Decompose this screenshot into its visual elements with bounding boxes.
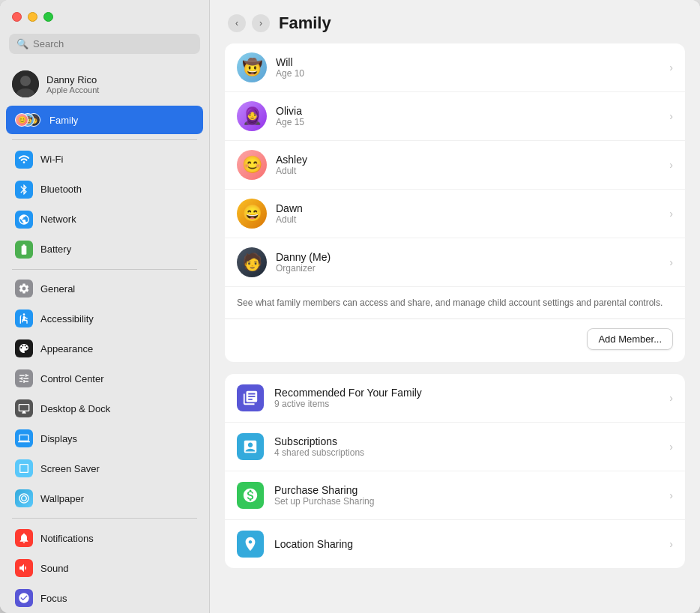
sidebar-sound-label: Sound — [40, 563, 69, 574]
add-member-button[interactable]: Add Member... — [587, 328, 673, 350]
feature-detail: 4 shared subscriptions — [274, 447, 659, 458]
avatar — [12, 70, 39, 97]
avatar: 😄 — [237, 199, 267, 229]
member-detail: Age 15 — [276, 117, 660, 127]
family-member-row[interactable]: 😊 Ashley Adult › — [225, 141, 685, 190]
sidebar-item-battery[interactable]: Battery — [6, 235, 203, 264]
member-name: Olivia — [276, 105, 660, 117]
feature-name: Location Sharing — [274, 538, 659, 550]
sidebar-control-center-label: Control Center — [40, 373, 104, 384]
back-chevron-icon: ‹ — [235, 18, 238, 28]
sidebar-item-family[interactable]: 😊 🤠 🧑 Family — [6, 106, 203, 134]
sidebar-item-wallpaper[interactable]: Wallpaper — [6, 484, 203, 513]
sidebar-item-notifications[interactable]: Notifications — [6, 524, 203, 552]
member-info: Ashley Adult — [276, 154, 660, 176]
desktop-dock-icon — [15, 399, 33, 417]
sidebar-item-bluetooth[interactable]: Bluetooth — [6, 175, 203, 204]
feature-name: Subscriptions — [274, 435, 659, 447]
sidebar-focus-label: Focus — [40, 593, 67, 604]
feature-name: Purchase Sharing — [274, 484, 659, 496]
sidebar-general-label: General — [40, 283, 75, 295]
feature-location-sharing-row[interactable]: Location Sharing › — [225, 520, 685, 568]
maximize-button[interactable] — [43, 12, 53, 22]
family-member-row[interactable]: 🧑 Danny (Me) Organizer › — [225, 238, 685, 287]
member-detail: Organizer — [276, 263, 660, 274]
chevron-right-icon: › — [669, 159, 673, 171]
forward-chevron-icon: › — [259, 18, 262, 28]
sidebar-item-displays[interactable]: Displays — [6, 424, 203, 453]
focus-icon — [15, 589, 33, 607]
screen-saver-icon — [15, 459, 33, 477]
member-detail: Adult — [276, 166, 660, 176]
sound-icon — [15, 559, 33, 577]
appearance-icon — [15, 339, 33, 357]
search-input[interactable] — [33, 38, 193, 49]
wallpaper-icon — [15, 489, 33, 507]
feature-name: Recommended For Your Family — [274, 387, 659, 399]
search-bar[interactable]: 🔍 — [9, 34, 200, 54]
sidebar-item-control-center[interactable]: Control Center — [6, 364, 203, 393]
control-center-icon — [15, 369, 33, 387]
chevron-right-icon: › — [669, 208, 673, 220]
family-avatars-icon: 😊 🤠 🧑 — [15, 111, 42, 129]
member-info: Olivia Age 15 — [276, 105, 660, 127]
member-info: Danny (Me) Organizer — [276, 251, 660, 274]
sidebar-item-network[interactable]: Network — [6, 205, 203, 234]
sidebar-family-label: Family — [49, 115, 78, 126]
features-card: Recommended For Your Family 9 active ite… — [225, 374, 685, 568]
sidebar-item-desktop-dock[interactable]: Desktop & Dock — [6, 394, 203, 423]
sidebar-item-wifi[interactable]: Wi-Fi — [6, 145, 203, 174]
account-item[interactable]: Danny Rico Apple Account — [0, 63, 209, 105]
recommended-icon — [237, 384, 264, 411]
member-name: Ashley — [276, 154, 660, 166]
sidebar-divider-2 — [12, 269, 197, 270]
forward-button[interactable]: › — [252, 14, 270, 32]
search-icon: 🔍 — [16, 38, 28, 49]
accessibility-icon — [15, 309, 33, 327]
sidebar-item-accessibility[interactable]: Accessibility — [6, 304, 203, 333]
bluetooth-icon — [15, 181, 33, 199]
close-button[interactable] — [12, 12, 22, 22]
sidebar-item-appearance[interactable]: Appearance — [6, 334, 203, 363]
chevron-right-icon: › — [669, 256, 673, 268]
sidebar-divider-3 — [12, 518, 197, 519]
member-name: Will — [276, 56, 660, 68]
member-info: Will Age 10 — [276, 56, 660, 79]
feature-recommended-row[interactable]: Recommended For Your Family 9 active ite… — [225, 374, 685, 423]
member-info: Dawn Adult — [276, 202, 660, 225]
family-member-row[interactable]: 🤠 Will Age 10 › — [225, 43, 685, 92]
feature-info: Recommended For Your Family 9 active ite… — [274, 387, 659, 409]
back-button[interactable]: ‹ — [228, 14, 246, 32]
avatar: 😊 — [237, 150, 267, 180]
sidebar-divider-1 — [12, 139, 197, 140]
sidebar-network-label: Network — [40, 214, 76, 225]
sidebar-item-screen-saver[interactable]: Screen Saver — [6, 454, 203, 483]
avatar: 🤠 — [237, 52, 267, 82]
main-content: ‹ › Family 🤠 Will Age 10 › — [210, 0, 700, 613]
sidebar-wallpaper-label: Wallpaper — [40, 493, 84, 504]
sidebar: 🔍 Danny Rico Apple Account 😊 🤠 🧑 — [0, 0, 210, 613]
family-member-row[interactable]: 😄 Dawn Adult › — [225, 190, 685, 238]
sidebar-displays-label: Displays — [40, 433, 77, 444]
sidebar-notifications-label: Notifications — [40, 533, 94, 544]
main-scroll[interactable]: 🤠 Will Age 10 › 🧕 Olivia Age 15 › — [210, 43, 700, 613]
notifications-icon — [15, 529, 33, 547]
sidebar-screen-saver-label: Screen Saver — [40, 463, 100, 474]
feature-info: Purchase Sharing Set up Purchase Sharing — [274, 484, 659, 507]
chevron-right-icon: › — [669, 441, 673, 453]
main-header: ‹ › Family — [210, 0, 700, 43]
family-member-row[interactable]: 🧕 Olivia Age 15 › — [225, 92, 685, 141]
minimize-button[interactable] — [28, 12, 37, 22]
family-members-card: 🤠 Will Age 10 › 🧕 Olivia Age 15 › — [225, 43, 685, 362]
account-text: Danny Rico Apple Account — [46, 74, 99, 94]
family-description: See what family members can access and s… — [225, 287, 685, 318]
chevron-right-icon: › — [669, 61, 673, 73]
sidebar-accessibility-label: Accessibility — [40, 313, 94, 324]
sidebar-item-focus[interactable]: Focus — [6, 584, 203, 612]
displays-icon — [15, 429, 33, 447]
sidebar-item-sound[interactable]: Sound — [6, 554, 203, 582]
feature-subscriptions-row[interactable]: Subscriptions 4 shared subscriptions › — [225, 423, 685, 471]
feature-detail: 9 active items — [274, 399, 659, 409]
feature-purchase-sharing-row[interactable]: Purchase Sharing Set up Purchase Sharing… — [225, 471, 685, 520]
sidebar-item-general[interactable]: General — [6, 274, 203, 303]
